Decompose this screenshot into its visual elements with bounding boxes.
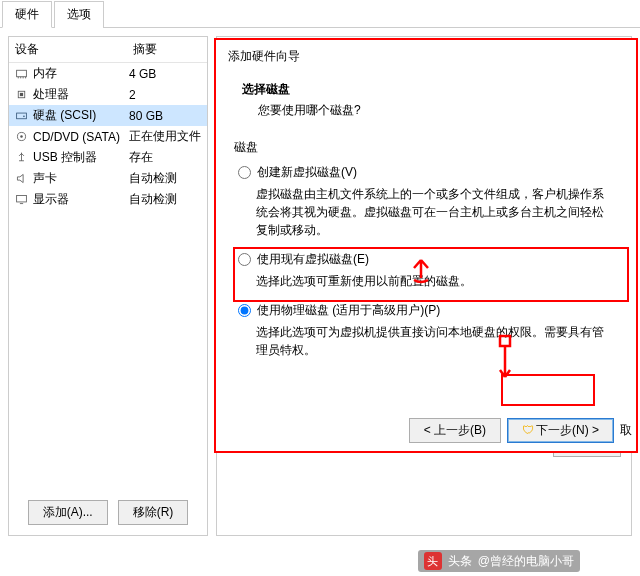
tab-options[interactable]: 选项 (54, 1, 104, 28)
col-device[interactable]: 设备 (9, 37, 127, 62)
device-summary: 正在使用文件 (129, 128, 203, 145)
toutiao-icon: 头 (424, 552, 442, 570)
sound-icon (13, 172, 29, 185)
device-row-usb[interactable]: USB 控制器 存在 (9, 147, 207, 168)
option-create-new[interactable]: 创建新虚拟磁盘(V) (228, 162, 624, 183)
next-button[interactable]: 🛡下一步(N) > (507, 418, 614, 443)
option-label: 创建新虚拟磁盘(V) (257, 164, 357, 181)
device-list-header: 设备 摘要 (9, 37, 207, 63)
device-summary: 4 GB (129, 67, 203, 81)
device-name: 处理器 (33, 86, 129, 103)
watermark-author: @曾经的电脑小哥 (478, 553, 574, 570)
device-summary: 80 GB (129, 109, 203, 123)
device-summary: 自动检测 (129, 191, 203, 208)
device-summary: 存在 (129, 149, 203, 166)
option-desc: 虚拟磁盘由主机文件系统上的一个或多个文件组成，客户机操作系统会将其视为硬盘。虚拟… (228, 183, 624, 249)
cd-icon (13, 130, 29, 143)
device-name: 显示器 (33, 191, 129, 208)
device-name: CD/DVD (SATA) (33, 130, 129, 144)
option-desc: 选择此选项可为虚拟机提供直接访问本地硬盘的权限。需要具有管理员特权。 (228, 321, 624, 369)
device-name: 硬盘 (SCSI) (33, 107, 129, 124)
device-list-panel: 设备 摘要 内存 4 GB 处理器 2 硬盘 (SCSI) 80 GB CD/D… (8, 36, 208, 536)
svg-point-10 (20, 135, 22, 137)
device-row-sound[interactable]: 声卡 自动检测 (9, 168, 207, 189)
device-row-memory[interactable]: 内存 4 GB (9, 63, 207, 84)
usb-icon (13, 151, 29, 164)
wizard-title: 添加硬件向导 (228, 48, 624, 65)
device-row-cddvd[interactable]: CD/DVD (SATA) 正在使用文件 (9, 126, 207, 147)
option-label: 使用物理磁盘 (适用于高级用户)(P) (257, 302, 440, 319)
device-name: USB 控制器 (33, 149, 129, 166)
cancel-button-partial[interactable]: 取 (620, 422, 632, 439)
svg-rect-0 (16, 70, 26, 77)
device-row-disk[interactable]: 硬盘 (SCSI) 80 GB (9, 105, 207, 126)
svg-rect-11 (16, 195, 26, 202)
col-summary[interactable]: 摘要 (127, 37, 207, 62)
wizard-section: 选择磁盘 (228, 75, 624, 102)
wizard-question: 您要使用哪个磁盘? (228, 102, 624, 119)
memory-icon (13, 67, 29, 80)
cpu-icon (13, 88, 29, 101)
back-button[interactable]: < 上一步(B) (409, 418, 501, 443)
option-use-existing[interactable]: 使用现有虚拟磁盘(E) (228, 249, 624, 270)
watermark-prefix: 头条 (448, 553, 472, 570)
option-desc: 选择此选项可重新使用以前配置的磁盘。 (228, 270, 624, 300)
radio-use-existing[interactable] (238, 253, 251, 266)
add-hardware-wizard: 添加硬件向导 选择磁盘 您要使用哪个磁盘? 磁盘 创建新虚拟磁盘(V) 虚拟磁盘… (214, 38, 638, 453)
svg-point-8 (23, 116, 25, 118)
watermark: 头 头条 @曾经的电脑小哥 (418, 550, 580, 572)
display-icon (13, 193, 29, 206)
option-physical-disk[interactable]: 使用物理磁盘 (适用于高级用户)(P) (228, 300, 624, 321)
tab-hardware[interactable]: 硬件 (2, 1, 52, 28)
device-row-display[interactable]: 显示器 自动检测 (9, 189, 207, 210)
add-button[interactable]: 添加(A)... (28, 500, 108, 525)
svg-rect-6 (19, 93, 22, 96)
option-label: 使用现有虚拟磁盘(E) (257, 251, 369, 268)
radio-physical-disk[interactable] (238, 304, 251, 317)
device-summary: 自动检测 (129, 170, 203, 187)
disk-icon (13, 109, 29, 122)
radio-create-new[interactable] (238, 166, 251, 179)
remove-button[interactable]: 移除(R) (118, 500, 189, 525)
svg-rect-7 (16, 113, 26, 119)
disk-label: 磁盘 (228, 139, 624, 156)
device-name: 声卡 (33, 170, 129, 187)
device-summary: 2 (129, 88, 203, 102)
device-name: 内存 (33, 65, 129, 82)
shield-icon: 🛡 (522, 423, 534, 437)
device-row-cpu[interactable]: 处理器 2 (9, 84, 207, 105)
